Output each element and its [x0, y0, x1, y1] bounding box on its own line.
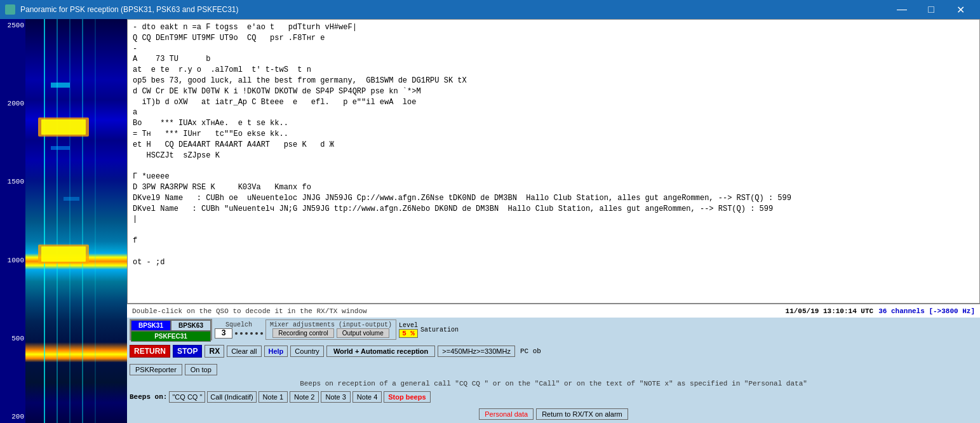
return-button[interactable]: RETURN — [130, 345, 170, 358]
level-box: Level 5 % — [399, 322, 418, 338]
status-hint: Double-click on the QSO to decode it in … — [132, 307, 781, 315]
decode-line-16: DKvel9 Name : CUBh oe uNeuenteloc JNJG J… — [133, 193, 974, 204]
svg-rect-10 — [51, 146, 70, 150]
stop-beeps-button[interactable]: Stop beeps — [384, 391, 430, 403]
mode-row-bottom: PSKFEC31 — [131, 331, 211, 342]
squelch-slider[interactable] — [235, 332, 263, 335]
clear-button[interactable]: Clear all — [227, 346, 261, 357]
decode-line-22: ot - ;d — [133, 257, 974, 268]
world-reception-button[interactable]: World + Automatic reception — [326, 346, 435, 357]
bpsk31-button[interactable]: BPSK31 — [131, 320, 171, 331]
maximize-button[interactable]: □ — [916, 0, 946, 19]
svg-rect-8 — [41, 246, 86, 262]
decode-line-6: d CW Cr DE kTW D0TW K i !DKOTW DKOTW de … — [133, 86, 974, 97]
window-controls: — □ ✕ — [887, 0, 975, 19]
decode-line-1: Q CQ DEnT9MF UT9MF UT9o CQ psr .F8Тнr e — [133, 33, 974, 44]
beeps-section: Beeps on reception of a general call "CQ… — [127, 379, 980, 423]
beeps-row: Beeps on: "CQ CQ " Call (Indicatif) Note… — [130, 389, 977, 405]
decode-line-11: et H CQ DEA4ART RA4ART A4ART pse K d Ж — [133, 140, 974, 151]
svg-rect-6 — [41, 119, 86, 135]
mode-row-top: BPSK31 BPSK63 — [131, 320, 211, 331]
close-button[interactable]: ✕ — [946, 0, 975, 19]
beeps-info: Beeps on reception of a general call "CQ… — [130, 380, 977, 387]
svg-rect-11 — [64, 197, 79, 201]
decode-line-17: DKvel Name : CUBh "uNeuentelч JN;G JN59J… — [133, 204, 974, 215]
decode-line-20: f — [133, 236, 974, 246]
beeps-label: Beeps on: — [130, 393, 167, 401]
country-button[interactable]: Country — [290, 346, 324, 357]
pskfec31-button[interactable]: PSKFEC31 — [131, 331, 211, 342]
personal-data-button[interactable]: Personal data — [479, 408, 534, 420]
waterfall-scale: 2500 2000 1500 1000 500 200 — [0, 19, 25, 423]
note2-button[interactable]: Note 2 — [290, 391, 319, 403]
decode-line-3: A 73 TU b — [133, 54, 974, 65]
cq-button[interactable]: "CQ CQ " — [169, 391, 205, 403]
scale-1000: 1000 — [0, 257, 25, 264]
controls-row1: BPSK31 BPSK63 PSKFEC31 Squelch 3 — [127, 318, 980, 342]
ontop-button[interactable]: On top — [185, 364, 217, 375]
decode-line-13 — [133, 161, 974, 171]
decode-line-14: Г *ueeee — [133, 171, 974, 182]
scale-1500: 1500 — [0, 178, 25, 185]
scale-2500: 2500 — [0, 22, 25, 29]
frequency-button[interactable]: >=450MHz>=330MHz — [438, 346, 515, 357]
mode-selector: BPSK31 BPSK63 PSKFEC31 — [130, 319, 212, 340]
waterfall-panel[interactable]: 2500 2000 1500 1000 500 200 — [0, 19, 127, 423]
decode-line-5: op5 bes 73, good luck, all the best from… — [133, 76, 974, 86]
decode-line-15: D 3PW RA3RPW RSE K K03Va Kmanx fo — [133, 182, 974, 193]
decode-line-0: - dto eakt n =a F togss e'ao t pdTturh v… — [133, 22, 974, 33]
saturation-label: Saturation — [420, 326, 459, 333]
rx-button[interactable]: RX — [205, 345, 224, 358]
status-bar: Double-click on the QSO to decode it in … — [127, 304, 980, 318]
squelch-label: Squelch — [225, 321, 252, 328]
app-icon — [5, 4, 15, 15]
waterfall-signals — [25, 19, 127, 423]
mixer-buttons: Recording control Output volume — [272, 328, 389, 338]
right-panel: - dto eakt n =a F togss e'ao t pdTturh v… — [127, 19, 980, 423]
decode-line-19 — [133, 225, 974, 236]
stop-button[interactable]: STOP — [173, 345, 202, 358]
title-bar: Panoramic for PSK reception (BPSK31, PSK… — [0, 0, 980, 19]
main-container: 2500 2000 1500 1000 500 200 — [0, 19, 980, 423]
decode-area[interactable]: - dto eakt n =a F togss e'ao t pdTturh v… — [127, 19, 980, 304]
controls-row3: PSKReporter On top — [127, 361, 980, 379]
decode-line-9: Bo *** IUAx xТнАе. e t se kk.. — [133, 118, 974, 129]
note4-button[interactable]: Note 4 — [352, 391, 382, 403]
decode-line-7: iT)b d oXW at iatr_Ap C Bteee e efl. p e… — [133, 97, 974, 108]
recording-control-button[interactable]: Recording control — [272, 328, 333, 338]
note3-button[interactable]: Note 3 — [321, 391, 350, 403]
mixer-title: Mixer adjustments (input-output) — [270, 321, 392, 328]
decode-line-2: - — [133, 44, 974, 55]
saturation-box: Saturation — [420, 326, 459, 333]
note1-button[interactable]: Note 1 — [258, 391, 288, 403]
decode-line-18: | — [133, 214, 974, 225]
decode-line-21 — [133, 246, 974, 257]
scale-2000: 2000 — [0, 100, 25, 107]
decode-line-10: = Тн *** IUнr tc""Eo ekse kk.. — [133, 129, 974, 140]
controls-row2: RETURN STOP RX Clear all Help Country Wo… — [127, 342, 980, 361]
waterfall-visual — [25, 19, 127, 423]
pcob-label: PC ob — [518, 346, 544, 356]
beeps-row2: Personal data Return to RX/TX on alarm — [130, 406, 977, 422]
return-alarm-button[interactable]: Return to RX/TX on alarm — [536, 408, 628, 420]
decode-line-4: at e te r.y o .al7oml t' t-twS t n — [133, 65, 974, 76]
mixer-box: Mixer adjustments (input-output) Recordi… — [265, 319, 396, 340]
status-channels[interactable]: 36 channels [->3800 Hz] — [878, 307, 975, 315]
level-label: Level — [399, 322, 418, 329]
pskreporter-button[interactable]: PSKReporter — [130, 364, 182, 375]
scale-500: 500 — [0, 335, 25, 342]
output-volume-button[interactable]: Output volume — [337, 328, 389, 338]
squelch-box: Squelch 3 — [215, 321, 263, 339]
squelch-value[interactable]: 3 — [215, 328, 232, 339]
status-datetime: 11/05/19 13:10:14 UTC — [786, 307, 874, 315]
level-value: 5 % — [399, 329, 418, 338]
bpsk63-button[interactable]: BPSK63 — [171, 320, 211, 331]
minimize-button[interactable]: — — [887, 0, 916, 19]
call-button[interactable]: Call (Indicatif) — [207, 391, 256, 403]
window-title: Panoramic for PSK reception (BPSK31, PSK… — [20, 5, 882, 14]
decode-line-12: HSCZJt sZJpse K — [133, 151, 974, 161]
help-button[interactable]: Help — [264, 346, 288, 357]
svg-rect-9 — [51, 83, 70, 88]
decode-line-8: a — [133, 107, 974, 118]
scale-200: 200 — [0, 413, 25, 420]
